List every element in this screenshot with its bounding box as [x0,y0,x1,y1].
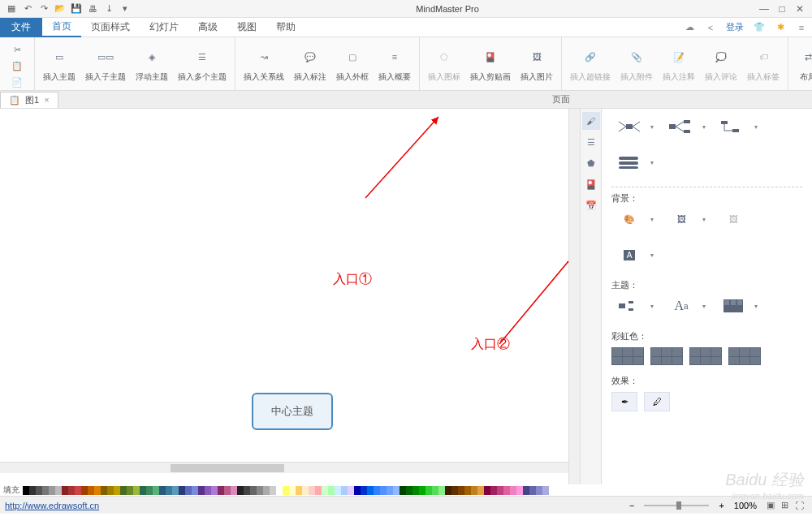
color-swatch[interactable] [94,486,101,495]
tab-advanced[interactable]: 高级 [188,18,227,37]
color-swatch[interactable] [146,486,153,495]
close-button[interactable]: ✕ [794,3,806,15]
canvas[interactable]: 中心主题 入口① 入口② [0,109,568,484]
layout-right-icon[interactable]: ▾ [663,117,699,136]
relation-button[interactable]: ↝插入关系线 [239,39,289,89]
color-swatch[interactable] [425,486,432,495]
login-link[interactable]: 登录 [726,21,744,33]
central-topic-node[interactable]: 中心主题 [252,393,333,430]
color-swatch[interactable] [62,486,68,495]
qat-redo-icon[interactable]: ↷ [37,2,50,15]
color-swatch[interactable] [42,486,49,495]
insert-image-button[interactable]: 🖼插入图片 [516,39,558,89]
color-swatch[interactable] [270,486,276,495]
color-swatch[interactable] [458,486,464,495]
qat-undo-icon[interactable]: ↶ [21,2,34,15]
color-swatch[interactable] [406,486,412,495]
color-swatch[interactable] [211,486,218,495]
rainbow-option-2[interactable] [650,347,683,365]
insert-icon-button[interactable]: ⬠插入图标 [423,39,465,89]
color-swatch[interactable] [536,486,542,495]
color-swatch[interactable] [153,486,159,495]
document-tab[interactable]: 📋 图1 × [0,92,58,108]
zoom-slider[interactable] [644,505,709,506]
color-swatch[interactable] [438,486,445,495]
multi-topic-button[interactable]: ☰插入多个主题 [173,39,231,89]
color-swatch[interactable] [490,486,497,495]
color-swatch[interactable] [231,486,237,495]
insert-clipart-button[interactable]: 🎴插入剪贴画 [465,39,516,89]
color-swatch[interactable] [516,486,523,495]
color-swatch[interactable] [263,486,270,495]
color-swatch[interactable] [374,486,380,495]
doc-tab-close[interactable]: × [44,95,49,105]
rainbow-option-1[interactable] [611,347,644,365]
comment-button[interactable]: 💭插入评论 [700,39,742,89]
color-swatch[interactable] [367,486,374,495]
color-swatch[interactable] [296,486,302,495]
color-swatch[interactable] [315,486,322,495]
color-swatch[interactable] [497,486,503,495]
color-swatch[interactable] [198,486,205,495]
color-swatch[interactable] [49,486,55,495]
color-swatch[interactable] [348,486,354,495]
floating-topic-button[interactable]: ◈浮动主题 [131,39,173,89]
color-swatch[interactable] [244,486,250,495]
zoom-in-button[interactable]: + [715,501,727,510]
tool-brush[interactable]: 🖌 [582,112,600,130]
color-swatch[interactable] [523,486,529,495]
app-icon[interactable]: ✱ [773,20,788,35]
attachment-button[interactable]: 📎插入附件 [615,39,658,89]
insert-topic-button[interactable]: ▭插入主题 [38,39,80,89]
color-swatch[interactable] [237,486,244,495]
tab-help[interactable]: 帮助 [266,18,305,37]
settings-icon[interactable]: 👕 [752,20,767,35]
color-swatch[interactable] [302,486,309,495]
paste-button[interactable]: 📄 [5,75,29,89]
fit-width-icon[interactable]: ⊞ [778,500,792,510]
theme-color-button[interactable]: ▾ [715,296,751,316]
color-swatch[interactable] [451,486,458,495]
color-swatch[interactable] [133,486,140,495]
color-swatch[interactable] [120,486,127,495]
tool-outline[interactable]: ☰ [582,133,600,151]
color-swatch[interactable] [101,486,107,495]
bg-remove-button[interactable]: 🖼 [715,209,751,229]
fullscreen-icon[interactable]: ⛶ [792,501,807,510]
insert-subtopic-button[interactable]: ▭▭插入子主题 [80,39,131,89]
layout-list-icon[interactable]: ▾ [611,153,647,172]
maximize-button[interactable]: □ [776,3,788,15]
color-swatch[interactable] [529,486,536,495]
color-swatch[interactable] [55,486,62,495]
color-swatch[interactable] [393,486,400,495]
menu-dropdown-icon[interactable]: ≡ [794,20,809,35]
layout-button[interactable]: ⇄布局 [792,39,812,89]
zoom-out-button[interactable]: − [626,501,637,510]
fit-page-icon[interactable]: ▣ [763,500,778,510]
tool-clipart[interactable]: 🎴 [582,175,600,193]
color-swatch[interactable] [361,486,367,495]
file-menu[interactable]: 文件 [0,18,42,37]
color-swatch[interactable] [159,486,166,495]
color-swatch[interactable] [192,486,198,495]
hyperlink-button[interactable]: 🔗插入超链接 [565,39,615,89]
color-swatch[interactable] [542,486,549,495]
rainbow-option-3[interactable] [689,347,722,365]
callout-button[interactable]: 💬插入标注 [289,39,331,89]
copy-button[interactable]: 📋 [5,58,29,73]
color-swatch[interactable] [289,486,296,495]
color-swatch[interactable] [354,486,361,495]
color-swatch[interactable] [510,486,516,495]
color-swatch[interactable] [477,486,484,495]
color-swatch[interactable] [471,486,477,495]
color-swatch[interactable] [445,486,451,495]
color-swatch[interactable] [335,486,341,495]
color-swatch[interactable] [380,486,387,495]
color-swatch[interactable] [257,486,263,495]
note-button[interactable]: 📝插入注释 [658,39,700,89]
color-swatch[interactable] [322,486,328,495]
color-swatch[interactable] [464,486,471,495]
color-swatch[interactable] [419,486,425,495]
color-swatch[interactable] [250,486,257,495]
status-url-link[interactable]: http://www.edrawsoft.cn [5,501,99,510]
